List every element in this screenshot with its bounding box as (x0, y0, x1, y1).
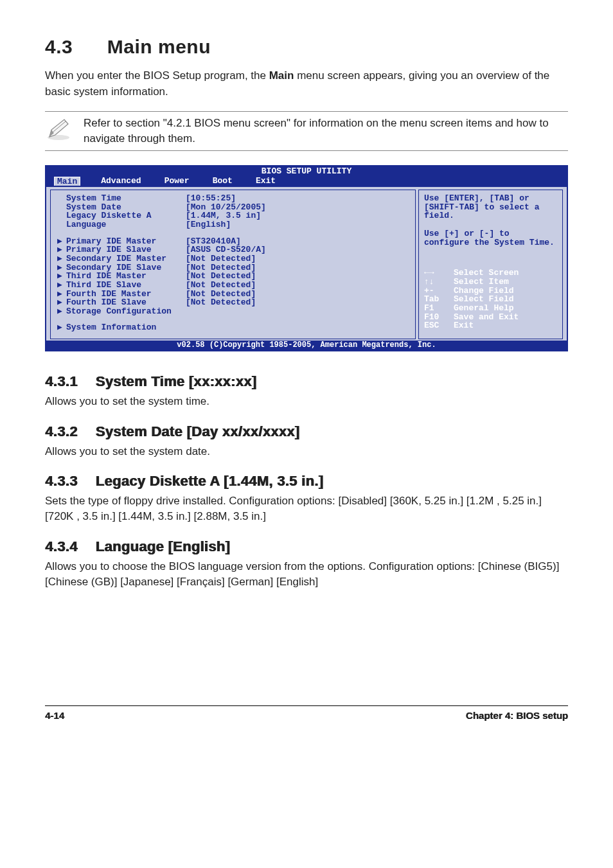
page-title: 4.3 Main menu (45, 36, 568, 58)
bios-row-value: [Not Detected] (186, 298, 409, 307)
bios-keyhint-desc: Save and Exit (454, 313, 519, 322)
bios-row[interactable]: ▶Fourth IDE Master[Not Detected] (57, 290, 409, 299)
bios-row-label-text: Third IDE Master (66, 272, 147, 281)
bios-copyright: v02.58 (C)Copyright 1985-2005, American … (46, 341, 567, 350)
triangle-right-icon: ▶ (57, 290, 64, 299)
bios-row-value: [Not Detected] (186, 272, 409, 281)
bios-row[interactable]: ▶Secondary IDE Slave[Not Detected] (57, 263, 409, 272)
bios-row-label-text: Language (66, 220, 106, 229)
bios-row-label-text: Storage Configuration (66, 307, 172, 316)
bios-row[interactable]: System Date[Mon 10/25/2005] (57, 203, 409, 212)
bios-row[interactable]: ▶Third IDE Slave[Not Detected] (57, 281, 409, 290)
bios-keyhint-key: ↑↓ (424, 278, 447, 287)
chapter-label: Chapter 4: BIOS setup (466, 710, 568, 721)
subsection-heading-2: 4.3.2 System Date [Day xx/xx/xxxx] (45, 423, 568, 440)
triangle-right-icon (57, 220, 64, 229)
bios-row[interactable]: ▶Third IDE Master[Not Detected] (57, 272, 409, 281)
triangle-right-icon: ▶ (57, 245, 64, 254)
bios-tab-exit[interactable]: Exit (253, 177, 278, 186)
bios-row-label-text: System Time (66, 194, 121, 203)
triangle-right-icon: ▶ (57, 237, 64, 246)
bios-row-label-text: Primary IDE Master (66, 237, 156, 246)
bios-keyhint-key: Tab (424, 295, 447, 304)
triangle-right-icon: ▶ (57, 281, 64, 290)
bios-row-value (186, 307, 409, 316)
bios-row-label: System Date (57, 203, 186, 212)
bios-keyhint-key: F1 (424, 304, 447, 313)
bios-row-value: [Mon 10/25/2005] (186, 203, 409, 212)
bios-keyhint-key: ←→ (424, 269, 447, 278)
bios-row-label-text: Third IDE Slave (66, 281, 141, 290)
subsection-heading-1: 4.3.1 System Time [xx:xx:xx] (45, 373, 568, 390)
bios-tab-power[interactable]: Power (162, 177, 192, 186)
bios-row-label-text: System Date (66, 203, 121, 212)
bios-row[interactable]: ▶Fourth IDE Slave[Not Detected] (57, 298, 409, 307)
bios-row[interactable]: ▶Primary IDE Slave[ASUS CD-S520/A] (57, 245, 409, 254)
bios-row-label: Language (57, 220, 186, 229)
bios-keyhint: ESCExit (424, 321, 557, 330)
bios-tabs: Main Advanced Power Boot Exit (46, 177, 567, 188)
triangle-right-icon: ▶ (57, 254, 64, 263)
intro-paragraph: When you enter the BIOS Setup program, t… (45, 68, 568, 100)
bios-row-label: ▶Secondary IDE Slave (57, 263, 186, 272)
bios-tab-main[interactable]: Main (54, 177, 80, 186)
pencil-icon (45, 116, 72, 143)
bios-keyhint-key: F10 (424, 313, 447, 322)
bios-row-label-text: System Information (66, 323, 156, 332)
section-name: Main menu (107, 36, 211, 57)
bios-row-label: ▶Third IDE Master (57, 272, 186, 281)
triangle-right-icon: ▶ (57, 307, 64, 316)
subsection-heading-4: 4.3.4 Language [English] (45, 538, 568, 555)
page-number: 4-14 (45, 710, 64, 721)
bios-keyhint: F1General Help (424, 304, 557, 313)
subnum: 4.3.1 (45, 373, 91, 390)
bios-row-value: [ASUS CD-S520/A] (186, 245, 409, 254)
bios-keyhint-desc: Select Screen (454, 269, 519, 278)
bios-row[interactable]: ▶Storage Configuration (57, 307, 409, 316)
intro-bold: Main (269, 69, 294, 82)
sub-body-1: Allows you to set the system time. (45, 394, 568, 409)
bios-row[interactable]: System Time[10:55:25] (57, 194, 409, 203)
subtitle: Language [English] (95, 538, 230, 554)
bios-row-label: ▶Primary IDE Slave (57, 245, 186, 254)
bios-row-value: [1.44M, 3.5 in] (186, 211, 409, 220)
sub-body-4: Allows you to choose the BIOS language v… (45, 559, 568, 590)
note-text: Refer to section "4.2.1 BIOS menu screen… (84, 116, 568, 146)
subnum: 4.3.2 (45, 423, 91, 440)
bios-row-value: [10:55:25] (186, 194, 409, 203)
bios-main-pane: System Time[10:55:25] System Date[Mon 10… (50, 190, 416, 339)
bios-title-bar: BIOS SETUP UTILITY (46, 166, 567, 177)
bios-keyhint: TabSelect Field (424, 295, 557, 304)
bios-row-label-text: Legacy Diskette A (66, 211, 152, 220)
bios-keyhint: F10Save and Exit (424, 313, 557, 322)
bios-row[interactable]: ▶Secondary IDE Master[Not Detected] (57, 254, 409, 263)
bios-tab-advanced[interactable]: Advanced (98, 177, 143, 186)
subsection-heading-3: 4.3.3 Legacy Diskette A [1.44M, 3.5 in.] (45, 473, 568, 490)
bios-row[interactable]: ▶System Information (57, 323, 409, 332)
bios-row-label: ▶Third IDE Slave (57, 281, 186, 290)
bios-tab-boot[interactable]: Boot (210, 177, 235, 186)
page-footer: 4-14 Chapter 4: BIOS setup (45, 705, 568, 721)
bios-keyhint-desc: General Help (454, 304, 514, 313)
section-number: 4.3 (45, 36, 102, 58)
triangle-right-icon: ▶ (57, 298, 64, 307)
sub-body-3: Sets the type of floppy drive installed.… (45, 493, 568, 524)
bios-row[interactable]: Language[English] (57, 220, 409, 229)
bios-keyhint-key: ESC (424, 321, 447, 330)
subnum: 4.3.4 (45, 538, 91, 555)
bios-row[interactable]: ▶Primary IDE Master[ST320410A] (57, 237, 409, 246)
bios-row-label: ▶Storage Configuration (57, 307, 186, 316)
triangle-right-icon: ▶ (57, 263, 64, 272)
triangle-right-icon (57, 211, 64, 220)
subtitle: System Date [Day xx/xx/xxxx] (95, 423, 299, 439)
bios-row[interactable]: Legacy Diskette A[1.44M, 3.5 in] (57, 211, 409, 220)
bios-row-label: ▶System Information (57, 323, 186, 332)
bios-keyhint-desc: Exit (454, 321, 474, 330)
bios-help-line-1: Use [ENTER], [TAB] or [SHIFT-TAB] to sel… (424, 194, 557, 220)
bios-keyhint-desc: Select Item (454, 278, 509, 287)
bios-help-line-2: Use [+] or [-] to configure the System T… (424, 229, 557, 247)
sub-body-2: Allows you to set the system date. (45, 444, 568, 459)
bios-row-label-text: Fourth IDE Master (66, 290, 152, 299)
bios-row-value: [Not Detected] (186, 254, 409, 263)
bios-keyhint: +-Change Field (424, 287, 557, 296)
